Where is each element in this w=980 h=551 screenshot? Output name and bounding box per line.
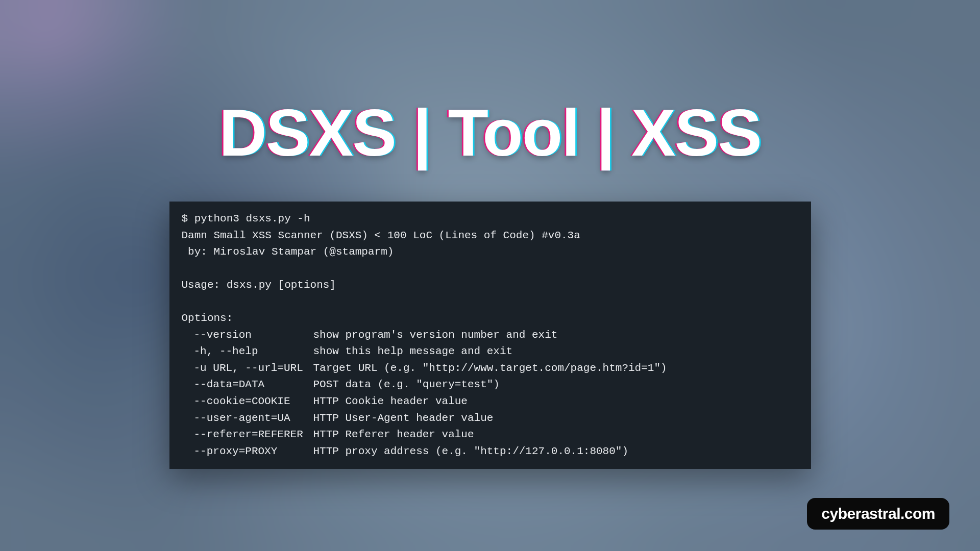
terminal-option-row: --version show program's version number … <box>182 327 799 344</box>
terminal-prompt-line: $ python3 dsxs.py -h <box>182 211 799 228</box>
terminal-blank-line <box>182 294 799 311</box>
terminal-option-flag: --proxy=PROXY <box>182 443 313 460</box>
terminal-window: $ python3 dsxs.py -h Damn Small XSS Scan… <box>169 202 811 469</box>
terminal-option-row: --user-agent=UA HTTP User-Agent header v… <box>182 410 799 427</box>
terminal-option-desc: show this help message and exit <box>313 343 513 360</box>
terminal-option-row: -u URL, --url=URL Target URL (e.g. "http… <box>182 360 799 377</box>
terminal-option-row: -h, --help show this help message and ex… <box>182 343 799 360</box>
terminal-option-flag: -h, --help <box>182 343 313 360</box>
terminal-option-flag: -u URL, --url=URL <box>182 360 313 377</box>
terminal-option-flag: --user-agent=UA <box>182 410 313 427</box>
terminal-blank-line <box>182 261 799 278</box>
main-container: DSXS | Tool | XSS $ python3 dsxs.py -h D… <box>0 0 980 551</box>
terminal-option-desc: HTTP User-Agent header value <box>313 410 494 427</box>
terminal-option-row: --cookie=COOKIE HTTP Cookie header value <box>182 393 799 410</box>
terminal-option-desc: show program's version number and exit <box>313 327 558 344</box>
terminal-usage-line: Usage: dsxs.py [options] <box>182 277 799 294</box>
terminal-author-line: by: Miroslav Stampar (@stamparm) <box>182 244 799 261</box>
terminal-option-flag: --version <box>182 327 313 344</box>
terminal-option-desc: Target URL (e.g. "http://www.target.com/… <box>313 360 667 377</box>
terminal-option-desc: HTTP Cookie header value <box>313 393 468 410</box>
terminal-option-desc: HTTP proxy address (e.g. "http://127.0.0… <box>313 443 629 460</box>
terminal-option-flag: --referer=REFERER <box>182 427 313 443</box>
watermark-badge: cyberastral.com <box>807 498 949 530</box>
terminal-option-row: --proxy=PROXY HTTP proxy address (e.g. "… <box>182 443 799 460</box>
terminal-option-desc: POST data (e.g. "query=test") <box>313 377 500 393</box>
terminal-options-header: Options: <box>182 310 799 327</box>
terminal-option-flag: --cookie=COOKIE <box>182 393 313 410</box>
terminal-option-desc: HTTP Referer header value <box>313 427 474 443</box>
page-title: DSXS | Tool | XSS <box>219 94 761 171</box>
terminal-option-flag: --data=DATA <box>182 377 313 393</box>
terminal-option-row: --data=DATA POST data (e.g. "query=test"… <box>182 377 799 393</box>
terminal-banner-line: Damn Small XSS Scanner (DSXS) < 100 LoC … <box>182 228 799 244</box>
terminal-option-row: --referer=REFERER HTTP Referer header va… <box>182 427 799 443</box>
